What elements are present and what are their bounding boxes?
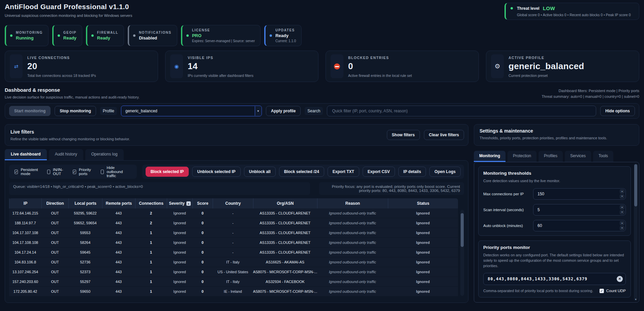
column-header[interactable]: Org/ASN ▲	[253, 198, 317, 208]
settings-tab[interactable]: Tools	[593, 151, 613, 162]
number-input-field[interactable]	[533, 192, 620, 196]
stat-desc: Current protection preset	[509, 74, 634, 78]
action-button[interactable]: Export CSV	[363, 167, 395, 177]
table-scrollbar[interactable]	[460, 210, 464, 296]
priority-ports-input[interactable]	[484, 277, 617, 281]
spin-up-icon[interactable]: ▲	[620, 205, 624, 209]
cell-direction: OUT	[41, 238, 68, 247]
column-header-label: Status	[417, 201, 429, 206]
cell-direction: OUT	[41, 257, 68, 267]
cell-ip: 104.17.107.108	[9, 228, 41, 237]
cell-remote-ports: 443	[102, 257, 135, 267]
filter-checkbox[interactable]: ✓ Persistent mode	[14, 168, 40, 176]
filter-checkbox[interactable]: ✓ Priority ports	[73, 168, 93, 176]
tab[interactable]: Audit history	[49, 149, 83, 160]
clear-live-filters-button[interactable]: Clear live filters	[424, 130, 464, 140]
cell-status: Ignored	[388, 238, 458, 247]
table-row[interactable]: 104.83.106.8 OUT 52736 443 1 Ignored 0 I…	[9, 257, 458, 267]
spin-up-icon[interactable]: ▲	[620, 189, 624, 194]
action-button[interactable]: Export TXT	[328, 167, 359, 177]
table-row[interactable]: 104.17.108.108 OUT 58264 443 1 Ignored 0…	[9, 238, 458, 248]
action-button[interactable]: Block selected /24	[279, 167, 324, 177]
column-header[interactable]: Reason ▲	[317, 198, 388, 208]
action-button[interactable]: Block selected IP	[146, 167, 189, 177]
start-monitoring-button[interactable]: Start monitoring	[9, 106, 51, 116]
checkbox-icon[interactable]: ✓	[101, 170, 104, 174]
number-input-field[interactable]	[533, 207, 620, 212]
settings-tab[interactable]: Protection	[508, 151, 536, 162]
clear-icon[interactable]: ✕	[617, 276, 623, 282]
stop-monitoring-button[interactable]: Stop monitoring	[55, 106, 96, 116]
column-header[interactable]: Country ▲	[213, 198, 253, 208]
filter-checkbox[interactable]: ✓ Hide outbound traffic	[101, 166, 131, 178]
table-row[interactable]: 13.107.246.254 OUT 52373 443 1 Ignored 0…	[9, 267, 458, 277]
cell-direction: OUT	[41, 218, 68, 228]
cell-org-asn: AS13335 - CLOUDFLARENET	[253, 238, 317, 247]
profile-select[interactable]: generic_balanced ▼	[121, 106, 262, 116]
tab[interactable]: Live dashboard	[5, 149, 47, 160]
search-input[interactable]	[327, 106, 596, 116]
table-row[interactable]: 172.64.146.215 OUT 59295, 59622 443 2 Ig…	[9, 208, 458, 218]
spin-down-icon[interactable]: ▼	[620, 210, 624, 215]
number-input[interactable]: ▲ ▼	[533, 188, 626, 200]
settings-tab[interactable]: Services	[565, 151, 591, 162]
spin-up-icon[interactable]: ▲	[620, 221, 624, 225]
cell-local-ports: 59645	[68, 248, 102, 257]
column-header[interactable]: IP ▲	[9, 198, 41, 208]
cell-connections: 1	[135, 277, 167, 286]
cell-remote-ports: 443	[102, 267, 135, 277]
column-header[interactable]: Score ▲	[192, 198, 213, 208]
checkbox-icon[interactable]: ✓	[73, 170, 76, 174]
status-dot-icon	[10, 34, 12, 37]
cell-reason: Ignored outbound-only traffic	[317, 218, 388, 228]
count-udp-checkbox[interactable]: ✓ Count UDP	[600, 289, 626, 293]
checkbox-icon[interactable]: ✓	[600, 289, 604, 293]
spin-down-icon[interactable]: ▼	[620, 226, 624, 230]
action-button[interactable]: Unblock selected IP	[192, 167, 240, 177]
column-header-label: Connections	[139, 201, 163, 206]
table-row[interactable]: 172.205.80.42 OUT 59650 443 1 Ignored 0 …	[9, 287, 458, 296]
settings-monitoring-panel: Monitoring thresholds Core detection val…	[474, 162, 639, 303]
settings-scrollbar[interactable]: ▼	[634, 164, 638, 301]
column-header[interactable]: Local ports ▲	[68, 198, 102, 208]
number-input[interactable]: ▲ ▼	[533, 204, 626, 216]
filter-checkbox[interactable]: ✓ IN/IN-OUT	[47, 168, 65, 176]
column-header-label: Org/ASN	[277, 201, 294, 206]
table-row[interactable]: 157.240.203.60 OUT 55297 443 1 Ignored 0…	[9, 277, 458, 287]
table-row[interactable]: 188.114.97.7 OUT 59652, 59654 443 2 Igno…	[9, 218, 458, 228]
cell-connections: 1	[135, 267, 167, 277]
settings-tab[interactable]: Monitoring	[474, 151, 505, 162]
action-button[interactable]: IP details	[398, 167, 426, 177]
column-header[interactable]: Status ▲	[388, 198, 458, 208]
column-header[interactable]: Direction ▲	[41, 198, 68, 208]
cell-ip: 188.114.97.7	[9, 218, 41, 228]
number-input[interactable]: ▲ ▼	[533, 220, 626, 231]
status-badge-label: LICENSE	[192, 28, 255, 32]
cell-severity: Ignored	[167, 238, 192, 247]
number-input-field[interactable]	[533, 223, 620, 228]
sort-asc-icon: ▲	[186, 201, 191, 206]
tab[interactable]: Operations log	[85, 149, 124, 160]
checkbox-icon[interactable]: ✓	[14, 170, 18, 174]
cell-status: Ignored	[388, 228, 458, 237]
action-button[interactable]: Unblock all	[244, 167, 276, 177]
checkbox-label: IN/IN-OUT	[53, 168, 65, 176]
column-header[interactable]: Remote ports ▲	[102, 198, 135, 208]
apply-profile-button[interactable]: Apply profile	[266, 106, 301, 116]
spin-down-icon[interactable]: ▼	[620, 194, 624, 199]
hide-options-button[interactable]: Hide options	[600, 106, 635, 116]
show-filters-button[interactable]: Show filters	[387, 130, 420, 140]
table-scrollbar-thumb[interactable]	[461, 213, 464, 247]
column-header[interactable]: Connections ▲	[135, 198, 167, 208]
chevron-down-icon[interactable]: ▼	[255, 106, 261, 116]
settings-scrollbar-thumb[interactable]	[634, 164, 637, 206]
checkbox-icon[interactable]: ✓	[47, 170, 50, 174]
cell-remote-ports: 443	[102, 287, 135, 296]
table-row[interactable]: 104.17.107.108 OUT 59553 443 1 Ignored 0…	[9, 228, 458, 238]
action-button[interactable]: Open Logs	[429, 167, 461, 177]
column-header[interactable]: Severity ▲	[167, 198, 192, 208]
settings-tab[interactable]: Profiles	[539, 151, 563, 162]
cell-org-asn: AS13335 - CLOUDFLARENET	[253, 218, 317, 228]
scroll-down-arrow-icon[interactable]: ▼	[634, 298, 638, 301]
table-row[interactable]: 104.17.24.14 OUT 59645 443 1 Ignored 0 -…	[9, 248, 458, 257]
